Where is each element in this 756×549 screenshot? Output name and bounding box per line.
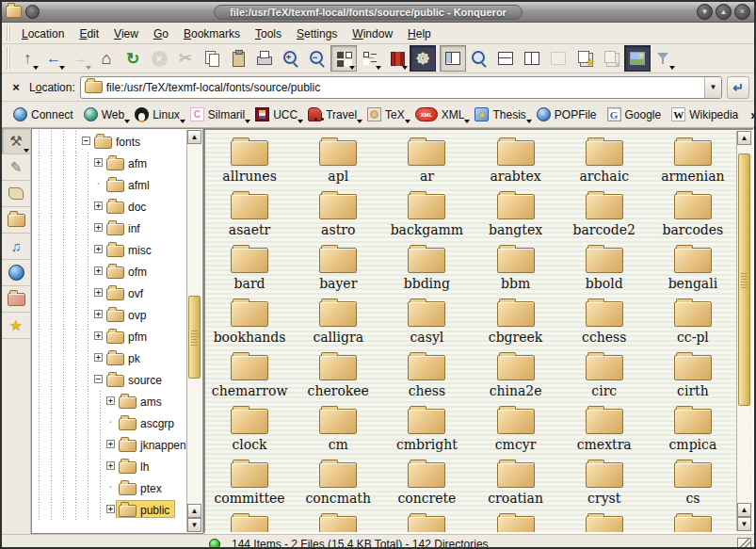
preview-button[interactable] xyxy=(624,45,651,72)
menu-item[interactable]: Window xyxy=(345,25,400,42)
dropdown-arrow-icon[interactable] xyxy=(298,120,303,123)
sidebar-home-button[interactable] xyxy=(2,207,30,234)
maximize-button[interactable]: ▴ xyxy=(716,4,732,20)
dropdown-arrow-icon[interactable] xyxy=(402,66,408,70)
folder-item[interactable]: cryst xyxy=(560,457,649,510)
folder-item[interactable] xyxy=(471,510,559,532)
folder-item[interactable]: cmextra xyxy=(560,403,649,457)
folder-item[interactable]: bangtex xyxy=(471,188,559,242)
dropdown-arrow-icon[interactable] xyxy=(349,66,355,70)
tree-item[interactable]: + ovp xyxy=(33,303,186,325)
toolbar-handle[interactable] xyxy=(7,47,11,70)
sidebar-root-button[interactable] xyxy=(2,286,30,313)
bookmark-overflow-button[interactable]: » xyxy=(745,107,754,122)
dropdown-arrow-icon[interactable] xyxy=(180,120,185,123)
reload-button[interactable]: ↻ xyxy=(120,45,146,72)
tree-expander-icon[interactable]: + xyxy=(94,266,103,275)
print-button[interactable] xyxy=(251,45,278,72)
tree-expander-icon[interactable]: + xyxy=(94,288,103,297)
bookmark-item[interactable]: Connect xyxy=(9,105,80,123)
scrollbar-thumb[interactable] xyxy=(188,296,201,379)
bookmark-item[interactable]: Web xyxy=(80,105,131,123)
dropdown-arrow-icon[interactable] xyxy=(669,66,675,70)
folder-item[interactable]: barcodes xyxy=(649,188,737,242)
bookmark-item[interactable]: G Google xyxy=(603,105,668,123)
folder-item[interactable]: cirth xyxy=(649,349,737,403)
icon-view-button[interactable] xyxy=(330,45,357,72)
tree-item[interactable]: + ams xyxy=(33,390,186,412)
close-tab-button[interactable]: × xyxy=(598,45,624,72)
dropdown-arrow-icon[interactable] xyxy=(357,120,362,123)
tree-expander-icon[interactable]: · xyxy=(106,483,115,492)
tree-expander-icon[interactable]: + xyxy=(94,245,103,253)
up-button[interactable]: ↑ xyxy=(14,45,40,72)
sidebar-config-button[interactable]: ⚒ xyxy=(2,128,30,154)
find-button[interactable] xyxy=(466,45,492,72)
tree-expander-icon[interactable]: − xyxy=(94,375,103,383)
filter-button[interactable] xyxy=(651,45,677,72)
toolbar-handle[interactable] xyxy=(7,25,11,40)
paste-button[interactable] xyxy=(225,45,251,72)
folder-item[interactable]: chess xyxy=(382,349,471,403)
menu-item[interactable]: Tools xyxy=(248,25,289,42)
tree-item[interactable]: − fonts xyxy=(33,130,186,152)
remove-view-button[interactable] xyxy=(545,45,571,72)
folder-item[interactable]: bbm xyxy=(471,242,559,296)
tree-item[interactable]: · afml xyxy=(33,173,186,195)
tree-expander-icon[interactable]: · xyxy=(106,418,115,427)
tree-item[interactable]: + pk xyxy=(33,347,186,368)
tree-expander-icon[interactable]: · xyxy=(94,180,103,188)
dropdown-arrow-icon[interactable] xyxy=(464,120,470,123)
zoom-in-button[interactable]: + xyxy=(278,45,304,72)
navigation-panel-button[interactable] xyxy=(440,45,466,72)
folder-item[interactable]: china2e xyxy=(471,349,559,403)
tree-expander-icon[interactable]: + xyxy=(106,505,115,513)
location-dropdown-button[interactable]: ▼ xyxy=(704,77,721,98)
list-view-button[interactable] xyxy=(357,45,383,72)
scroll-up-button[interactable]: ▲ xyxy=(187,504,201,518)
folder-item[interactable] xyxy=(649,510,737,532)
tree-expander-icon[interactable]: + xyxy=(94,202,103,210)
folder-item[interactable]: archaic xyxy=(560,135,649,188)
tree-item[interactable]: + lh xyxy=(33,455,186,476)
tree-item[interactable]: + jknappen xyxy=(33,433,186,455)
folder-item[interactable]: cc-pl xyxy=(649,296,737,349)
bookmark-item[interactable]: TeX xyxy=(363,105,411,123)
menu-item[interactable]: View xyxy=(106,25,146,42)
folder-item[interactable] xyxy=(205,510,294,532)
folder-item[interactable]: concmath xyxy=(294,457,382,510)
bookmark-books-button[interactable] xyxy=(383,45,410,72)
scroll-up-button[interactable]: ▲ xyxy=(737,503,751,517)
sidebar-bookmarks-button[interactable]: ★ xyxy=(2,313,30,339)
location-input[interactable]: file:/usr/TeX/texmf-local/fonts/source/p… xyxy=(80,76,722,99)
folder-item[interactable]: apl xyxy=(294,135,382,188)
folder-item[interactable]: asaetr xyxy=(205,188,294,242)
gear-button[interactable]: ☸ xyxy=(410,45,436,72)
tree-expander-icon[interactable]: + xyxy=(94,353,103,362)
scrollbar-thumb[interactable] xyxy=(738,153,750,406)
folder-item[interactable] xyxy=(560,510,649,532)
folder-item[interactable]: allrunes xyxy=(205,135,294,188)
minimize-button[interactable]: ▾ xyxy=(697,4,713,20)
folder-item[interactable]: croatian xyxy=(471,457,559,510)
stop-button[interactable]: × xyxy=(146,45,172,72)
tree-expander-icon[interactable]: + xyxy=(106,396,115,405)
bookmark-item[interactable]: XML XML xyxy=(411,105,472,123)
menu-item[interactable]: Bookmarks xyxy=(176,25,248,42)
folder-item[interactable]: calligra xyxy=(294,296,382,349)
split-left-right-button[interactable] xyxy=(519,45,545,72)
location-value[interactable]: file:/usr/TeX/texmf-local/fonts/source/p… xyxy=(106,81,704,94)
tree-item[interactable]: + doc xyxy=(33,195,186,217)
cut-button[interactable]: ✂ xyxy=(172,45,199,72)
folder-item[interactable]: barcode2 xyxy=(560,188,649,242)
tree-item[interactable]: + pfm xyxy=(33,325,186,347)
folder-item[interactable]: bengali xyxy=(649,242,737,296)
dropdown-arrow-icon[interactable] xyxy=(526,120,532,123)
tree-expander-icon[interactable]: + xyxy=(94,223,103,232)
dropdown-arrow-icon[interactable] xyxy=(405,120,410,123)
sidebar-edit-button[interactable]: ✎ xyxy=(2,154,30,181)
folder-item[interactable]: cmbright xyxy=(382,403,471,457)
menu-item[interactable]: Location xyxy=(14,25,72,42)
tree-expander-icon[interactable]: + xyxy=(94,310,103,318)
forward-button[interactable]: → xyxy=(67,45,93,72)
